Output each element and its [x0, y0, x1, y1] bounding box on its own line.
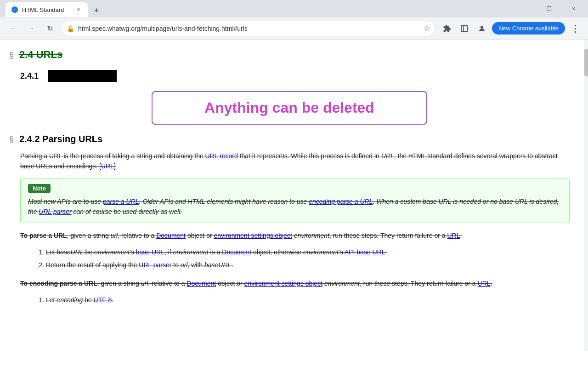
utf8-link[interactable]: UTF-8 [94, 296, 112, 304]
url-record-link[interactable]: URL record [205, 152, 238, 160]
note-label: Note [28, 184, 51, 193]
svg-point-4 [481, 26, 483, 29]
tab-favicon: ? [11, 6, 18, 13]
popup-text: Anything can be deleted [204, 99, 374, 116]
base-url-link[interactable]: base URL [136, 248, 164, 256]
close-button[interactable]: × [563, 2, 584, 16]
svg-rect-2 [461, 25, 468, 32]
encoding-parse-link[interactable]: encoding parse a URL [309, 198, 373, 205]
title-bar: ? HTML Standard × + — ❐ × [0, 0, 588, 17]
window-controls: — ❐ × [514, 2, 584, 16]
heading-2-4-2: 2.4.2 Parsing URLs [19, 134, 102, 144]
tab-title: HTML Standard [22, 6, 71, 13]
api-base-url-link[interactable]: API base URL [345, 248, 385, 256]
bookmark-icon[interactable]: ☆ [424, 24, 430, 33]
scrollbar[interactable] [584, 40, 588, 351]
svg-text:?: ? [13, 8, 15, 12]
forward-button[interactable]: → [24, 21, 39, 36]
url-parser-link-2[interactable]: URL parser [139, 261, 171, 269]
url-link-2[interactable]: URL [478, 280, 491, 287]
encoding-list-item-1: Let encoding be UTF-8. [46, 295, 570, 306]
page-content: § 2.4 URLs 2.4.1 Anything can be deleted… [0, 40, 588, 351]
sidebar-button[interactable] [457, 21, 472, 36]
heading-2-4-1: 2.4.1 [20, 71, 39, 81]
para-to-parse: To parse a URL, given a string url, rela… [9, 230, 570, 241]
maximize-button[interactable]: ❐ [538, 2, 560, 16]
note-box: Note Most new APIs are to use parse a UR… [20, 178, 570, 223]
popup-box: Anything can be deleted [152, 91, 427, 125]
para-parsing-intro: Parsing a URL is the process of taking a… [9, 151, 570, 172]
tab-bar: ? HTML Standard × + [4, 0, 512, 17]
new-chrome-button[interactable]: New Chrome available [492, 22, 565, 34]
url-link-1[interactable]: URL [447, 232, 460, 239]
minimize-button[interactable]: — [514, 2, 535, 16]
para-encoding-parse: To encoding parse a URL, given a string … [9, 278, 570, 288]
heading-2-4: 2.4 URLs [19, 49, 62, 61]
redacted-block [48, 70, 117, 82]
parse-url-link[interactable]: parse a URL [103, 198, 139, 205]
active-tab[interactable]: ? HTML Standard × [6, 2, 88, 17]
toolbar: ← → ↻ 🔒 html.spec.whatwg.org/multipage/u… [0, 17, 588, 40]
extensions-button[interactable] [440, 21, 454, 36]
toolbar-right: New Chrome available ⋮ [440, 21, 582, 36]
back-button[interactable]: ← [6, 21, 20, 36]
lock-icon: 🔒 [67, 25, 74, 32]
section-symbol-2: § [9, 135, 14, 144]
document-link-3[interactable]: Document [187, 280, 216, 287]
url-ref-link[interactable]: [URL] [99, 162, 116, 170]
section-symbol-1: § [9, 51, 14, 60]
encoding-steps-list: Let encoding be UTF-8. [24, 295, 570, 306]
profile-button[interactable] [475, 21, 489, 36]
list-item-1: Let baseURL be environment's base URL, i… [46, 247, 570, 258]
scrollbar-thumb[interactable] [584, 49, 588, 76]
url-parser-link-note[interactable]: URL parser [39, 208, 71, 215]
address-bar[interactable]: 🔒 html.spec.whatwg.org/multipage/urls-an… [61, 21, 436, 36]
list-item-2: Return the result of applying the URL pa… [46, 260, 570, 271]
document-link-1[interactable]: Document [156, 232, 186, 239]
document-link-2[interactable]: Document [222, 248, 251, 256]
refresh-button[interactable]: ↻ [42, 21, 57, 36]
parse-steps-list: Let baseURL be environment's base URL, i… [24, 247, 570, 271]
url-text: html.spec.whatwg.org/multipage/urls-and-… [78, 25, 420, 32]
eso-link-2[interactable]: environment settings object [244, 280, 322, 287]
menu-button[interactable]: ⋮ [568, 21, 582, 36]
eso-link-1[interactable]: environment settings object [214, 232, 292, 239]
new-tab-button[interactable]: + [90, 4, 103, 17]
tab-close-button[interactable]: × [74, 6, 83, 14]
